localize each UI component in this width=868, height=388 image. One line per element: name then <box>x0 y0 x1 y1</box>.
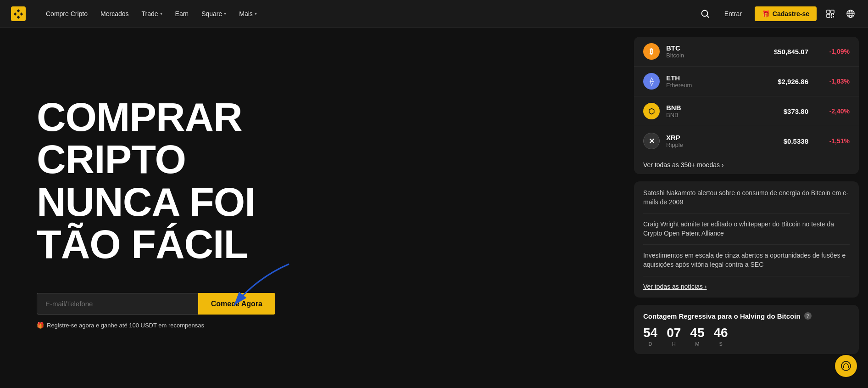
countdown-seconds: 46 S <box>713 326 728 347</box>
binance-logo-icon <box>11 6 26 21</box>
see-all-coins-link[interactable]: Ver todas as 350+ moedas › <box>634 156 859 174</box>
nav-mais[interactable]: Mais ▾ <box>234 7 262 20</box>
nav-earn[interactable]: Earn <box>170 7 195 20</box>
crypto-table-card: ₿ BTC Bitcoin $50,845.07 -1,09% ⟠ ETH Et… <box>634 37 859 174</box>
svg-rect-6 <box>831 14 832 16</box>
hero-section: COMPRAR CRIPTO NUNCA FOI TÃO FÁCIL Comec… <box>0 28 629 388</box>
mais-chevron-icon: ▾ <box>255 11 257 16</box>
countdown-hours: 07 H <box>667 326 681 347</box>
news-divider-1 <box>643 244 850 245</box>
xrp-icon: ✕ <box>643 133 660 149</box>
register-button[interactable]: 🎁 Cadastre-se <box>755 6 817 21</box>
btc-name: BTC Bitcoin <box>666 44 762 59</box>
eth-icon: ⟠ <box>643 73 660 90</box>
nav-right: Entrar 🎁 Cadastre-se <box>699 6 857 21</box>
svg-rect-8 <box>831 17 832 18</box>
crypto-row-xrp[interactable]: ✕ XRP Ripple $0.5338 -1,51% <box>634 126 859 156</box>
support-button[interactable] <box>835 355 857 377</box>
news-divider-2 <box>643 276 850 276</box>
eth-name: ETH Ethereum <box>666 74 762 89</box>
svg-rect-5 <box>827 14 830 17</box>
see-all-news-link[interactable]: Ver todas as notícias › <box>643 283 850 290</box>
svg-rect-0 <box>11 6 26 21</box>
eth-change: -1,83% <box>818 78 850 85</box>
svg-rect-18 <box>848 366 849 368</box>
language-button[interactable] <box>844 7 857 20</box>
svg-rect-9 <box>833 16 834 17</box>
nav-compre-cripto[interactable]: Compre Cripto <box>40 7 93 20</box>
qr-button[interactable] <box>824 7 837 20</box>
bnb-change: -2,40% <box>818 107 850 115</box>
qr-icon <box>826 9 835 18</box>
svg-rect-17 <box>843 366 844 368</box>
nav-square[interactable]: Square ▾ <box>196 7 232 20</box>
nav-trade[interactable]: Trade ▾ <box>136 7 168 20</box>
crypto-row-bnb[interactable]: ⬡ BNB BNB $373.80 -2,40% <box>634 96 859 126</box>
hero-form: Comece Agora <box>37 293 275 315</box>
bnb-icon: ⬡ <box>643 103 660 119</box>
news-divider-0 <box>643 213 850 214</box>
svg-rect-3 <box>827 10 830 13</box>
news-item-1[interactable]: Craig Wright admite ter editado o whitep… <box>643 220 850 238</box>
right-panel: ₿ BTC Bitcoin $50,845.07 -1,09% ⟠ ETH Et… <box>629 28 868 388</box>
email-phone-input[interactable] <box>37 293 198 315</box>
svg-line-2 <box>707 15 709 17</box>
btc-change: -1,09% <box>818 48 850 55</box>
countdown-minutes: 45 M <box>690 326 704 347</box>
halving-info-icon[interactable]: ? <box>804 312 812 320</box>
nav-mercados[interactable]: Mercados <box>95 7 134 20</box>
headset-icon <box>840 360 851 371</box>
hero-title: COMPRAR CRIPTO NUNCA FOI TÃO FÁCIL <box>37 96 602 266</box>
promo-text: 🎁 Registre-se agora e ganhe até 100 USDT… <box>37 322 602 329</box>
halving-countdown: 54 D 07 H 45 M 46 S <box>643 326 850 347</box>
svg-rect-7 <box>833 14 834 15</box>
svg-rect-4 <box>831 10 834 13</box>
square-chevron-icon: ▾ <box>224 11 226 16</box>
login-button[interactable]: Entrar <box>719 7 747 20</box>
news-card: Satoshi Nakamoto alertou sobre o consumo… <box>634 181 859 298</box>
search-button[interactable] <box>699 7 712 20</box>
start-now-button[interactable]: Comece Agora <box>198 293 275 315</box>
search-icon <box>701 9 710 18</box>
main-layout: COMPRAR CRIPTO NUNCA FOI TÃO FÁCIL Comec… <box>0 28 868 388</box>
logo-link[interactable] <box>11 6 26 21</box>
halving-card: Contagem Regressiva para o Halving do Bi… <box>634 305 859 354</box>
crypto-table: ₿ BTC Bitcoin $50,845.07 -1,09% ⟠ ETH Et… <box>634 37 859 156</box>
bnb-price: $373.80 <box>762 107 808 115</box>
countdown-days: 54 D <box>643 326 657 347</box>
promo-icon: 🎁 <box>37 322 44 329</box>
eth-price: $2,926.86 <box>762 78 808 85</box>
navbar: Compre Cripto Mercados Trade ▾ Earn Squa… <box>0 0 868 28</box>
halving-title: Contagem Regressiva para o Halving do Bi… <box>643 312 850 320</box>
btc-icon: ₿ <box>643 43 660 60</box>
bnb-name: BNB BNB <box>666 104 762 118</box>
nav-links: Compre Cripto Mercados Trade ▾ Earn Squa… <box>40 7 699 20</box>
trade-chevron-icon: ▾ <box>160 11 162 16</box>
crypto-row-eth[interactable]: ⟠ ETH Ethereum $2,926.86 -1,83% <box>634 67 859 96</box>
xrp-name: XRP Ripple <box>666 134 762 148</box>
crypto-row-btc[interactable]: ₿ BTC Bitcoin $50,845.07 -1,09% <box>634 37 859 67</box>
gift-icon: 🎁 <box>762 10 770 17</box>
btc-price: $50,845.07 <box>762 48 808 56</box>
news-item-2[interactable]: Investimentos em escala de cinza abertos… <box>643 251 850 269</box>
globe-icon <box>846 9 855 18</box>
news-item-0[interactable]: Satoshi Nakamoto alertou sobre o consumo… <box>643 189 850 207</box>
xrp-change: -1,51% <box>818 137 850 145</box>
xrp-price: $0.5338 <box>762 137 808 145</box>
svg-point-16 <box>841 361 851 371</box>
